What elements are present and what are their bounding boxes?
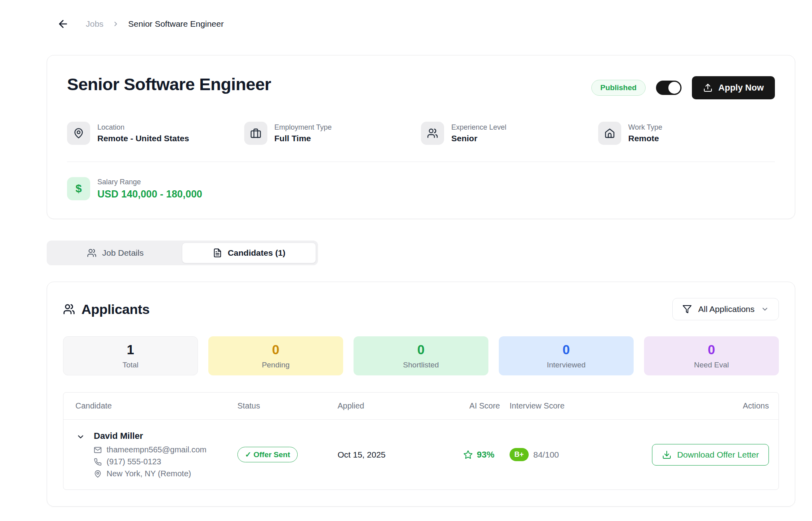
- apply-now-button[interactable]: Apply Now: [692, 76, 775, 99]
- interview-score-value: 84/100: [533, 450, 559, 460]
- users-icon: [63, 303, 75, 315]
- stat-value: 1: [127, 342, 134, 357]
- file-text-icon: [213, 248, 222, 258]
- chevron-down-icon: [761, 305, 769, 313]
- tab-label: Job Details: [102, 248, 144, 258]
- candidate-email-row: thameempn565@gmail.com: [94, 445, 206, 454]
- candidate-name: David Miller: [94, 431, 206, 441]
- salary-section: $ Salary Range USD 140,000 - 180,000: [67, 177, 775, 200]
- info-value: Remote: [628, 134, 662, 143]
- column-header-ai-score: AI Score: [430, 401, 500, 410]
- tab-bar: Job Details Candidates (1): [47, 241, 318, 265]
- info-value: Remote - United States: [97, 134, 189, 143]
- actions-cell: Download Offer Letter: [652, 444, 769, 466]
- info-label: Location: [97, 123, 189, 132]
- back-button[interactable]: [55, 16, 71, 32]
- candidate-cell: David Miller thameempn565@gmail.com (91: [75, 431, 237, 478]
- info-label: Experience Level: [451, 123, 506, 132]
- apply-now-label: Apply Now: [718, 83, 764, 93]
- stat-value: 0: [708, 342, 715, 357]
- column-header-candidate: Candidate: [75, 401, 237, 410]
- chevron-down-icon: [76, 432, 85, 478]
- tab-candidates[interactable]: Candidates (1): [182, 243, 316, 263]
- job-header-card: Senior Software Engineer Published Apply…: [47, 55, 795, 219]
- job-detail-page: Jobs Senior Software Engineer Senior Sof…: [0, 0, 812, 507]
- column-header-status: Status: [237, 401, 338, 410]
- table-header-row: Candidate Status Applied AI Score Interv…: [63, 393, 778, 420]
- stat-value: 0: [563, 342, 570, 357]
- expand-row-button[interactable]: [75, 432, 86, 478]
- users-icon: [421, 122, 444, 145]
- candidate-location: New York, NY (Remote): [107, 469, 191, 478]
- candidate-location-row: New York, NY (Remote): [94, 469, 206, 478]
- status-cell: ✓ Offer Sent: [237, 447, 338, 462]
- map-pin-icon: [67, 122, 90, 145]
- mail-icon: [94, 446, 102, 454]
- chevron-right-icon: [112, 20, 119, 28]
- stat-label: Shortlisted: [403, 361, 439, 369]
- filter-label: All Applications: [698, 304, 755, 314]
- stat-label: Need Eval: [694, 361, 729, 369]
- briefcase-icon: [244, 122, 267, 145]
- info-label: Work Type: [628, 123, 662, 132]
- breadcrumb: Jobs Senior Software Engineer: [55, 16, 795, 32]
- interview-score-cell: B+ 84/100: [500, 448, 652, 461]
- candidates-table: Candidate Status Applied AI Score Interv…: [63, 392, 779, 490]
- phone-icon: [94, 458, 102, 466]
- dollar-sign-icon: $: [67, 177, 90, 200]
- salary-label: Salary Range: [97, 178, 202, 186]
- page-title: Senior Software Engineer: [67, 75, 271, 94]
- column-header-interview-score: Interview Score: [500, 401, 652, 410]
- info-value: Full Time: [275, 134, 332, 143]
- ai-score-cell: 93%: [430, 450, 500, 460]
- status-badge-offer-sent: ✓ Offer Sent: [237, 447, 298, 462]
- job-info-grid: Location Remote - United States Employme…: [67, 122, 775, 145]
- filter-funnel-icon: [682, 304, 692, 314]
- column-header-actions: Actions: [652, 401, 769, 410]
- info-work-type: Work Type Remote: [598, 122, 775, 145]
- ai-score-value: 93%: [477, 450, 494, 460]
- column-header-applied: Applied: [338, 401, 430, 410]
- table-row: David Miller thameempn565@gmail.com (91: [63, 420, 778, 489]
- stat-label: Interviewed: [547, 361, 585, 369]
- info-location: Location Remote - United States: [67, 122, 244, 145]
- applicants-card: Applicants All Applications 1 Total 0 Pe…: [47, 282, 795, 507]
- publish-toggle[interactable]: [656, 81, 682, 95]
- candidate-phone: (917) 555-0123: [107, 457, 161, 466]
- applied-date: Oct 15, 2025: [338, 450, 430, 460]
- toggle-knob: [668, 82, 680, 94]
- breadcrumb-current: Senior Software Engineer: [128, 19, 223, 29]
- applications-filter-dropdown[interactable]: All Applications: [672, 298, 779, 320]
- star-icon: [463, 450, 473, 460]
- users-icon: [87, 248, 97, 258]
- info-experience-level: Experience Level Senior: [421, 122, 598, 145]
- salary-value: USD 140,000 - 180,000: [97, 188, 202, 200]
- candidate-phone-row: (917) 555-0123: [94, 457, 206, 466]
- stat-value: 0: [417, 342, 425, 357]
- stat-need-eval: 0 Need Eval: [644, 336, 779, 375]
- info-label: Employment Type: [275, 123, 332, 132]
- stat-label: Pending: [262, 361, 290, 369]
- info-value: Senior: [451, 134, 506, 143]
- stat-value: 0: [272, 342, 279, 357]
- tab-label: Candidates (1): [228, 248, 286, 258]
- candidate-email: thameempn565@gmail.com: [107, 445, 206, 454]
- applicant-stats: 1 Total 0 Pending 0 Shortlisted 0 Interv…: [63, 336, 779, 375]
- info-employment-type: Employment Type Full Time: [244, 122, 421, 145]
- stat-interviewed: 0 Interviewed: [499, 336, 634, 375]
- stat-total: 1 Total: [63, 336, 198, 375]
- stat-shortlisted: 0 Shortlisted: [354, 336, 488, 375]
- divider: [67, 162, 775, 162]
- applicants-title: Applicants: [81, 302, 150, 317]
- arrow-left-icon: [57, 18, 69, 30]
- stat-pending: 0 Pending: [208, 336, 343, 375]
- map-pin-icon: [94, 470, 102, 478]
- breadcrumb-parent[interactable]: Jobs: [86, 19, 103, 29]
- download-icon: [662, 450, 672, 460]
- download-offer-letter-button[interactable]: Download Offer Letter: [652, 444, 769, 466]
- tab-job-details[interactable]: Job Details: [49, 243, 182, 263]
- home-icon: [598, 122, 621, 145]
- upload-icon: [703, 83, 713, 93]
- stat-label: Total: [122, 361, 138, 369]
- interview-grade-badge: B+: [510, 448, 529, 461]
